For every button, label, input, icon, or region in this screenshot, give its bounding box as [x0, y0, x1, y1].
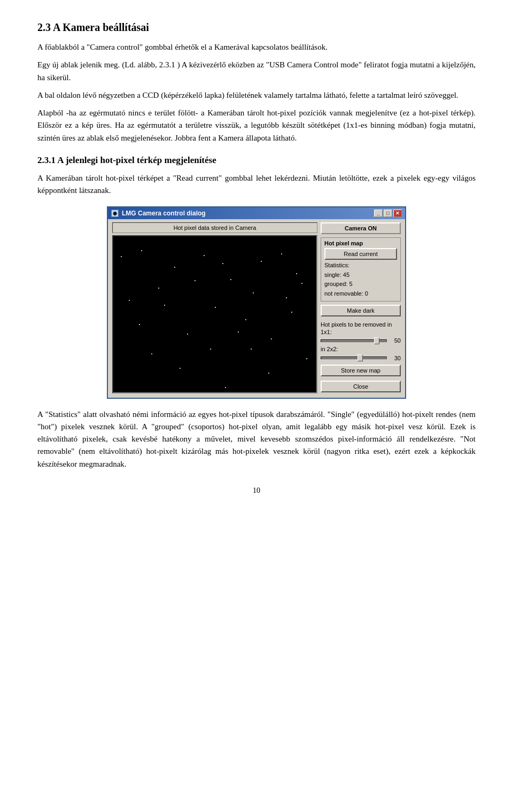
page-number: 10	[37, 486, 476, 495]
paragraph-1: A főablakból a "Camera control" gombbal …	[37, 41, 476, 53]
hot-pixel-dot	[174, 267, 175, 268]
paragraph-6: A "Statistics" alatt olvasható némi info…	[37, 408, 476, 470]
sliders-section: Hot pixels to be removed in 1x1: 50 in 2…	[321, 321, 401, 361]
close-button[interactable]: Close	[321, 381, 401, 392]
hot-pixel-dot	[286, 297, 287, 298]
hot-pixel-dot	[121, 256, 122, 257]
slider-2x2-row: 30	[321, 355, 401, 361]
hot-pixel-dot	[261, 261, 262, 262]
hot-pixel-dot	[301, 283, 302, 284]
hot-pixel-dot	[164, 305, 165, 306]
section-title: 2.3 A Kamera beállításai	[37, 21, 476, 34]
hot-pixel-dot	[268, 373, 269, 374]
statistics-section: Statistics: single: 45 grouped: 5 not re…	[324, 261, 397, 298]
slider-1x1-row: 50	[321, 337, 401, 344]
hot-pixel-dot	[291, 312, 292, 313]
dialog-titlebar: ◉ LMG Camera control dialog _ □ ✕	[108, 207, 405, 219]
hot-pixel-dot	[215, 307, 216, 308]
minimize-button[interactable]: _	[374, 210, 383, 217]
hot-pixel-dot	[238, 331, 239, 332]
camera-control-dialog: ◉ LMG Camera control dialog _ □ ✕ Hot pi…	[107, 206, 406, 398]
slider-2x2-track[interactable]	[321, 357, 387, 359]
hot-pixel-map-display	[112, 235, 317, 393]
store-new-map-button[interactable]: Store new map	[321, 365, 401, 376]
dialog-right-panel: Camera ON Hot pixel map Read current Sta…	[321, 222, 401, 393]
hot-pixel-dot	[306, 358, 307, 359]
close-dialog-x-button[interactable]: ✕	[393, 210, 402, 217]
slider-2x2-thumb[interactable]	[357, 354, 363, 361]
hot-pixel-dot	[253, 292, 254, 293]
hot-pixel-dot	[225, 387, 226, 388]
slider-1x1-value: 50	[389, 337, 401, 344]
remove-2x2-label: in 2x2:	[321, 345, 401, 353]
maximize-button[interactable]: □	[384, 210, 392, 217]
read-current-button[interactable]: Read current	[324, 248, 397, 260]
hot-pixel-dot	[222, 263, 223, 264]
paragraph-5: A Kamerában tárolt hot-pixel térképet a …	[37, 172, 476, 197]
slider-1x1-track[interactable]	[321, 339, 387, 342]
dialog-title-text: LMG Camera control dialog	[122, 210, 206, 217]
hot-pixel-dot	[251, 349, 252, 350]
dialog-container: ◉ LMG Camera control dialog _ □ ✕ Hot pi…	[37, 206, 476, 398]
dialog-app-icon: ◉	[111, 210, 119, 217]
hot-pixel-dot	[271, 338, 272, 339]
hot-pixel-dot	[129, 300, 130, 301]
titlebar-buttons: _ □ ✕	[374, 210, 402, 217]
hot-pixel-dot	[204, 255, 205, 256]
hot-pixel-dot	[139, 324, 140, 325]
hot-pixel-dot	[245, 319, 246, 320]
hot-pixel-dot	[187, 334, 188, 335]
hot-pixel-dot	[180, 368, 181, 369]
hot-pixel-dot	[158, 288, 159, 289]
hot-pixel-map-label: Hot pixel map	[324, 240, 397, 246]
hot-pixel-dot	[210, 349, 211, 350]
camera-on-button[interactable]: Camera ON	[321, 222, 401, 234]
hot-pixel-dot	[281, 253, 282, 254]
slider-2x2-value: 30	[389, 355, 401, 361]
titlebar-text-group: ◉ LMG Camera control dialog	[111, 210, 206, 217]
subsection-title: 2.3.1 A jelenlegi hot-pixel térkép megje…	[37, 155, 476, 166]
stat-not-removable: not removable: 0	[324, 289, 397, 299]
paragraph-4: Alapból -ha az egérmutató nincs e terüle…	[37, 107, 476, 144]
hot-pixel-stored-label: Hot pixel data stored in Camera	[112, 222, 317, 233]
hot-pixel-dot	[195, 280, 196, 281]
hot-pixel-dot	[141, 250, 142, 251]
dialog-left-panel: Hot pixel data stored in Camera	[112, 222, 317, 393]
dialog-body: Hot pixel data stored in Camera Camera O…	[108, 219, 405, 397]
dialog-top-row: Hot pixel data stored in Camera Camera O…	[112, 222, 401, 393]
slider-1x1-thumb[interactable]	[374, 337, 379, 344]
statistics-label: Statistics:	[324, 261, 397, 270]
remove-1x1-label: Hot pixels to be removed in 1x1:	[321, 321, 401, 336]
hot-pixel-dot	[230, 279, 231, 280]
hot-pixel-map-section: Hot pixel map Read current Statistics: s…	[321, 237, 401, 301]
hot-pixel-dot	[151, 353, 152, 354]
make-dark-button[interactable]: Make dark	[321, 305, 401, 316]
stat-grouped: grouped: 5	[324, 280, 397, 289]
paragraph-2: Egy új ablak jelenik meg. (Ld. alább, 2.…	[37, 59, 476, 84]
stat-single: single: 45	[324, 270, 397, 280]
paragraph-3: A bal oldalon lévő négyzetben a CCD (kép…	[37, 89, 476, 102]
hot-pixel-dot	[296, 273, 297, 274]
